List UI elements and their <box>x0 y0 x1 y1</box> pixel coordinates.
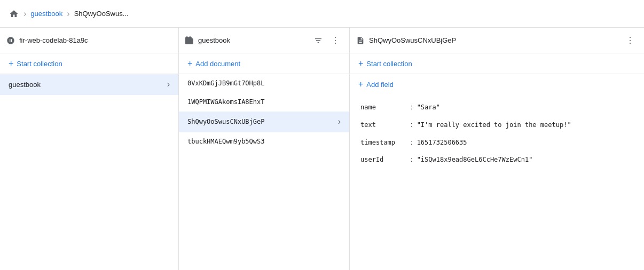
add-document-label: Add document <box>195 60 240 68</box>
plus-icon-left: + <box>9 59 13 68</box>
collection-item-guestbook[interactable]: guestbook › <box>0 74 178 95</box>
fields-area: name : "Sara" text : "I'm really excited… <box>350 94 644 270</box>
doc-item-1[interactable]: 1WQPMIWGAkomsIA8EhxT <box>179 93 349 112</box>
collection-name-header: guestbook <box>198 36 307 44</box>
doc-item-0[interactable]: 0VxKDmGjJB9mGt7OHp8L <box>179 74 349 93</box>
breadcrumb-bar: › guestbook › ShQwyOoSwus... <box>0 0 644 28</box>
collection-icon <box>185 36 194 45</box>
field-row-name[interactable]: name : "Sara" <box>350 99 644 116</box>
project-name: fir-web-codelab-81a9c <box>19 36 172 44</box>
doc-panel-actions: ⋮ <box>311 33 343 48</box>
field-colon-2: : <box>411 137 413 148</box>
field-value-name: "Sara" <box>417 102 440 113</box>
document-panel-header: ShQwyOoSwusCNxUBjGeP ⋮ <box>350 28 644 53</box>
home-icon[interactable] <box>9 9 19 19</box>
document-id-header: ShQwyOoSwusCNxUBjGeP <box>369 36 618 44</box>
field-row-userid[interactable]: userId : "iSQw18x9ead8GeL6CcHe7WzEwCn1" <box>350 151 644 169</box>
filter-icon[interactable] <box>311 33 326 48</box>
doc-item-3[interactable]: tbuckHMAEQwm9yb5QwS3 <box>179 132 349 151</box>
field-colon-1: : <box>411 120 413 131</box>
doc-label-0: 0VxKDmGjJB9mGt7OHp8L <box>187 80 341 87</box>
breadcrumb-document: ShQwyOoSwus... <box>74 10 129 18</box>
collections-panel-header: fir-web-codelab-81a9c <box>0 28 178 53</box>
field-value-timestamp: 1651732506635 <box>417 138 467 148</box>
collection-label: guestbook <box>9 81 167 89</box>
plus-icon-right-field: + <box>358 80 363 89</box>
add-document-button[interactable]: + Add document <box>179 53 349 74</box>
breadcrumb-separator-2: › <box>67 9 69 19</box>
main-panels: fir-web-codelab-81a9c + Start collection… <box>0 28 644 270</box>
field-key-text: text <box>360 120 409 130</box>
right-start-collection-button[interactable]: + Start collection <box>350 53 644 74</box>
field-row-timestamp[interactable]: timestamp : 1651732506635 <box>350 134 644 152</box>
breadcrumb-guestbook[interactable]: guestbook <box>30 10 62 18</box>
right-start-collection-label: Start collection <box>366 60 412 68</box>
chevron-right-icon: › <box>167 80 170 89</box>
start-collection-button[interactable]: + Start collection <box>0 53 178 74</box>
field-key-userid: userId <box>360 155 409 165</box>
document-icon <box>356 36 365 45</box>
field-row-text[interactable]: text : "I'm really excited to join the m… <box>350 116 644 134</box>
field-colon-3: : <box>411 154 413 165</box>
project-icon <box>6 36 15 45</box>
doc-label-1: 1WQPMIWGAkomsIA8EhxT <box>187 98 341 106</box>
plus-icon-right-collection: + <box>358 59 363 68</box>
documents-panel-header: guestbook ⋮ <box>179 28 349 53</box>
doc-chevron-right: › <box>338 117 341 126</box>
breadcrumb-separator-1: › <box>23 9 26 19</box>
field-colon-0: : <box>411 102 413 113</box>
doc-detail-actions: ⋮ <box>623 33 638 48</box>
doc-label-3: tbuckHMAEQwm9yb5QwS3 <box>187 138 341 145</box>
documents-panel: guestbook ⋮ + Add document 0VxKDmGjJB9mG… <box>179 28 350 270</box>
doc-item-2[interactable]: ShQwyOoSwusCNxUBjGeP › <box>179 112 349 132</box>
add-field-button[interactable]: + Add field <box>350 74 644 94</box>
more-options-icon[interactable]: ⋮ <box>328 33 343 48</box>
collections-panel: fir-web-codelab-81a9c + Start collection… <box>0 28 179 270</box>
doc-label-2: ShQwyOoSwusCNxUBjGeP <box>187 118 338 125</box>
plus-icon-mid: + <box>187 59 192 68</box>
field-value-userid: "iSQw18x9ead8GeL6CcHe7WzEwCn1" <box>417 155 533 165</box>
document-panel: ShQwyOoSwusCNxUBjGeP ⋮ + Start collectio… <box>350 28 644 270</box>
start-collection-label: Start collection <box>17 60 62 68</box>
doc-more-options-icon[interactable]: ⋮ <box>623 33 638 48</box>
add-field-label: Add field <box>366 81 394 89</box>
field-key-name: name <box>360 102 409 113</box>
field-value-text: "I'm really excited to join the meetup!" <box>417 120 571 130</box>
field-key-timestamp: timestamp <box>360 138 409 148</box>
document-list: 0VxKDmGjJB9mGt7OHp8L 1WQPMIWGAkomsIA8Ehx… <box>179 74 349 151</box>
